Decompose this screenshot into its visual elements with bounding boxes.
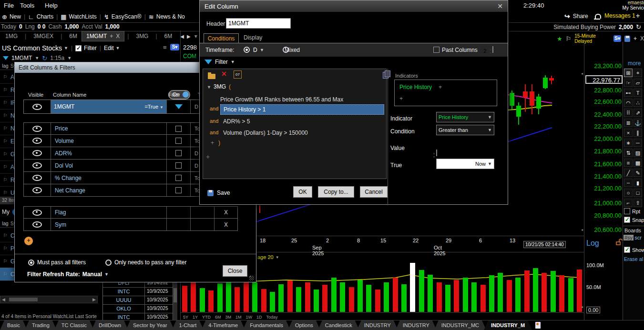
volume-bar[interactable] [349, 287, 354, 312]
move-window-icon[interactable]: + [634, 35, 637, 42]
date-tick[interactable]: 13 [507, 238, 518, 243]
toolbar-item[interactable]: ↯EasyScan® [104, 13, 142, 20]
toolbar-item[interactable]: ∟Charts [28, 13, 53, 20]
boards-label[interactable]: Boards [624, 228, 641, 233]
tab-display[interactable]: Display [244, 34, 262, 41]
group-name[interactable]: 3MG [214, 83, 226, 90]
filter-caret-icon[interactable]: ▼ [231, 60, 235, 64]
pass-all-option[interactable]: Must pass all filters [28, 259, 86, 266]
name-cell[interactable]: Price [51, 123, 167, 134]
past-columns-spinner[interactable]: 2 ▲ ▼ [492, 46, 493, 53]
move-icon[interactable]: + [636, 12, 640, 20]
volume-bar[interactable] [252, 282, 257, 312]
flag-column-header[interactable]: lag [0, 63, 10, 69]
funnel-icon[interactable] [3, 56, 9, 60]
indicator-chip[interactable]: Price History [399, 84, 432, 90]
date-tick[interactable]: 8 [353, 238, 364, 243]
condition-row[interactable]: Price Growth 6M Ranks between 96.55 and … [220, 96, 343, 103]
candle-body[interactable] [536, 97, 541, 109]
volume-bar[interactable] [445, 285, 450, 312]
rpt-checkbox[interactable] [624, 208, 630, 214]
date-tick[interactable]: 18 [257, 238, 268, 243]
eye-icon[interactable] [32, 162, 42, 169]
mini-table-row[interactable]: INTC10/9/2025 [103, 287, 177, 296]
date-tick[interactable]: 2 [322, 238, 333, 243]
row-flag-icon[interactable]: ⚐ [0, 74, 10, 80]
range-1m[interactable]: 1M [235, 315, 242, 320]
dialog-close-icon[interactable]: ✕ [497, 2, 503, 10]
column-name[interactable]: Sym [51, 219, 167, 230]
tf-caret-icon[interactable]: ▼ [260, 48, 264, 52]
filter-cell[interactable] [167, 172, 191, 184]
row-flag-icon[interactable]: ⚐ [0, 190, 10, 195]
toolbar-item[interactable]: ⊕New [2, 13, 21, 20]
candle-body[interactable] [549, 78, 554, 80]
tab-conditions[interactable]: Conditions [204, 33, 239, 43]
volume-bar[interactable] [217, 283, 223, 312]
anchor-icon[interactable]: ⚓ [634, 119, 642, 127]
steps-icon[interactable]: ⌐ [624, 199, 633, 207]
scrollbar-right-icon[interactable]: ▶ [92, 297, 96, 302]
row-flag-icon[interactable]: ⚐ [0, 113, 10, 118]
legend-caret-icon[interactable]: ▼ [276, 255, 279, 260]
volume-bar[interactable] [314, 290, 319, 312]
tab-close-icon[interactable]: X [116, 33, 120, 40]
fixed-column-row[interactable]: FlagX [23, 206, 238, 219]
candle-body[interactable] [516, 106, 521, 117]
flag-column-header2[interactable]: lag [0, 221, 10, 226]
volume-bar[interactable] [375, 290, 380, 312]
range-1d[interactable]: 1D [256, 315, 262, 320]
account-identity[interactable]: emaeste My Service [593, 0, 644, 10]
h-lines-icon[interactable]: ≡ [624, 159, 633, 167]
arrow-up-icon[interactable]: ⇧ [634, 199, 642, 207]
filter-checkbox[interactable] [175, 126, 182, 132]
chart-tab-1mg[interactable]: 1MG [1, 31, 22, 41]
dot-grid-icon[interactable]: ⠿ [624, 109, 633, 117]
filter-checkbox[interactable] [175, 138, 182, 144]
volume-bar[interactable] [489, 275, 494, 312]
condition-row[interactable]: ADR% > 5 [223, 118, 250, 125]
filter-cell[interactable] [167, 160, 191, 171]
volume-bar[interactable] [278, 284, 284, 312]
filter-column-value[interactable]: =True ▼ [144, 104, 164, 110]
snap-checkbox[interactable] [624, 217, 630, 223]
tag-chip[interactable]: #sy [624, 235, 634, 240]
volume-ma-legend[interactable]: age 20 ▼ [257, 254, 279, 260]
copy-to-button[interactable]: Copy to... [318, 186, 354, 198]
square-icon[interactable]: □ [634, 189, 642, 197]
cancel-button[interactable]: Cancel [360, 186, 388, 198]
volume-bar[interactable] [533, 268, 538, 312]
volume-bar[interactable] [226, 279, 231, 312]
date-tick[interactable]: 6 [475, 238, 486, 243]
visible-cell[interactable] [24, 219, 51, 230]
chip-add-icon[interactable]: + [439, 84, 442, 90]
close-window-icon[interactable]: X [640, 35, 644, 42]
collapse-icon[interactable]: ▾ [194, 33, 197, 40]
condition-row[interactable]: Volume (Dollars) 1-Day > 150000 [223, 130, 308, 136]
layout-tab-trading[interactable]: Trading [25, 320, 57, 330]
hatch-icon[interactable]: ▨ [634, 149, 642, 157]
row-flag-icon[interactable]: ⚐ [0, 126, 10, 131]
tab-move-icon[interactable]: + [110, 33, 113, 40]
ok-button[interactable]: OK [293, 186, 312, 198]
remove-column-button[interactable]: X [215, 221, 237, 228]
delete-icon[interactable]: ✕ [221, 70, 227, 78]
layout-tab-industry[interactable]: INDUSTRY [357, 320, 398, 330]
row-flag-icon[interactable]: ⚐ [0, 87, 10, 92]
layout-tab-industry_m[interactable]: INDUSTRY_M [484, 320, 532, 330]
spin-down-icon[interactable]: ▼ [489, 51, 492, 55]
dashed-icon[interactable]: ┄ [624, 179, 633, 187]
refresh-rate-menu[interactable]: Filter Refresh Rate: Manual ▼ [27, 271, 109, 278]
filter-cell[interactable] [167, 100, 191, 113]
rays-icon[interactable]: ∗ [624, 139, 633, 147]
rpt-option[interactable]: Rpt [624, 208, 640, 214]
log-scale-label[interactable]: Log [586, 239, 599, 248]
favorite-star-icon[interactable]: ★ [557, 35, 562, 42]
volume-bar[interactable] [515, 278, 521, 312]
row-flag-icon[interactable]: ⚐ [0, 177, 10, 182]
pass-any-option[interactable]: Only needs to pass any filter [105, 259, 186, 266]
volume-bar[interactable] [235, 287, 240, 312]
symbol-tag[interactable]: #sy scr [624, 235, 642, 240]
pass-all-radio[interactable] [28, 260, 34, 266]
visible-cell[interactable] [24, 123, 51, 134]
